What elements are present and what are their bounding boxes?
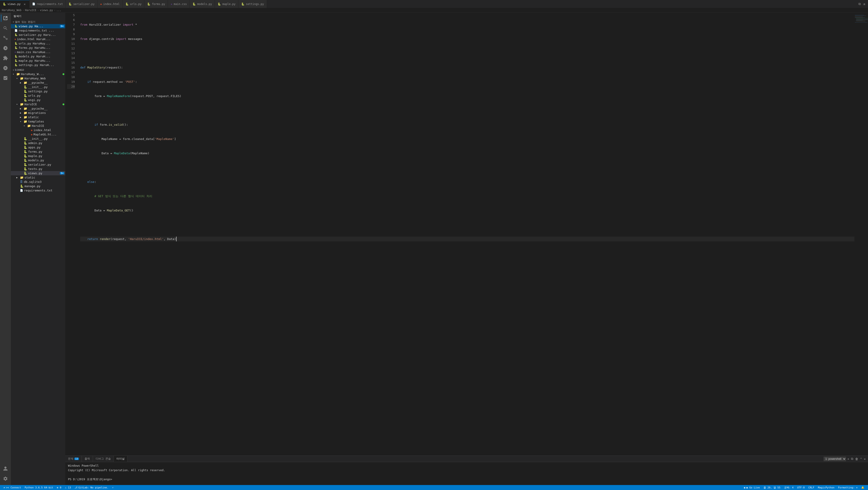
sidebar-item-init1[interactable]: 🐍 __init__.py [11, 85, 65, 89]
line-numbers: 5 6 7 8 9 10 11 12 13 14 15 16 17 18 [65, 13, 76, 456]
sidebar-item-serializer-ice[interactable]: 🐍 serializer.py [11, 163, 65, 167]
split-terminal-btn[interactable]: ⧉ [850, 456, 854, 461]
open-editor-settings[interactable]: 🐍 settings.py HaruH... [11, 63, 65, 67]
remote-status[interactable]: ⇌ >< Connect [2, 485, 23, 490]
line-col-status[interactable]: 줄 20, 열 55 [762, 486, 782, 489]
language-status[interactable]: MagicPython [816, 486, 836, 489]
sidebar-item-static-root[interactable]: ▶ 📁 static [11, 175, 65, 180]
tab-main-css[interactable]: ◈ main.css [168, 0, 190, 8]
sidebar-item-admin[interactable]: 🐍 admin.py [11, 141, 65, 145]
warnings-status[interactable]: ⚠ 13 [63, 485, 73, 490]
open-editor-views[interactable]: 🐍 views.py Ha... 9+ [11, 24, 65, 28]
split-editor-btn[interactable]: ⧉ [858, 2, 862, 6]
more-actions-btn[interactable]: ≡ [863, 2, 866, 6]
tab-index-html[interactable]: ◈ index.html [97, 0, 122, 8]
debug-console-label: 디버그 콘솔 [96, 457, 111, 461]
sidebar-item-pycache2[interactable]: ▶ 📁 __pycache__ [11, 106, 65, 111]
open-editor-label: models.py HaruH... [19, 55, 65, 58]
settings-icon[interactable] [1, 474, 10, 483]
open-editor-maple[interactable]: 🐍 maple.py HaruHu... [11, 59, 65, 63]
django-section[interactable]: ▾ DJANGO [11, 68, 65, 72]
sidebar-item-apps[interactable]: 🐍 apps.py [11, 145, 65, 149]
open-editor-index[interactable]: ◈ index.html HaruH... [11, 37, 65, 41]
sidebar-item-views-active[interactable]: 🐍 views.py 9+ [11, 171, 65, 175]
py-file-icon: 🐍 [24, 98, 27, 102]
sidebar-item-init-ice[interactable]: 🐍 __init__.py [11, 137, 65, 141]
bell-status[interactable]: 🔔 [859, 486, 866, 489]
sidebar-item-tests[interactable]: 🐍 tests.py [11, 167, 65, 171]
sidebar-item-haruice[interactable]: ▾ 📁 HaruICE [11, 102, 65, 106]
sidebar-item-urls-web[interactable]: 🐍 urls.py [11, 93, 65, 98]
maximize-terminal-btn[interactable]: ⌃ [860, 457, 862, 461]
sidebar-item-templates[interactable]: ▾ 📁 templates [11, 119, 65, 124]
open-editor-forms[interactable]: 🐍 forms.py HaruHu... [11, 46, 65, 50]
sidebar-item-static-ice[interactable]: ▶ 📁 static [11, 115, 65, 119]
shell-selector[interactable]: 1: powershell [824, 457, 846, 461]
open-editor-main-css[interactable]: ◈ main.css HaruHue... [11, 50, 65, 54]
golive-status[interactable]: ◉ ◉ Go Live [742, 486, 762, 489]
git-status[interactable]: ⎇ GitLab: No pipeline. [73, 485, 110, 490]
sidebar-item-wsgi[interactable]: 🐍 wsgi.py [11, 98, 65, 102]
kill-terminal-btn[interactable]: 🗑 [855, 457, 859, 461]
sidebar-item-requirements[interactable]: 📄 requirements.txt [11, 188, 65, 193]
open-editor-urls[interactable]: 🐍 urls.py HaruHuy... [11, 41, 65, 46]
sidebar-item-haruhuey-web[interactable]: ▾ 📁 HaruHuey_Web [11, 76, 65, 81]
sidebar-item-models-ice[interactable]: 🐍 models.py [11, 158, 65, 163]
git-dot [63, 73, 64, 75]
folder-open-icon: 📁 [24, 120, 27, 123]
errors-status[interactable]: ⊗ 0 [55, 485, 63, 490]
close-panel-btn[interactable]: ✕ [864, 457, 866, 461]
tab-close-btn[interactable]: ✕ [23, 2, 27, 6]
sidebar-item-templates-haruice[interactable]: ▾ 📁 HaruICE [11, 124, 65, 128]
remote-icon[interactable] [1, 63, 10, 73]
sidebar-item-maplegg-html[interactable]: ◈ MapleGG.ht... [11, 132, 65, 137]
sidebar-item-migrations[interactable]: ▶ 📁 migrations [11, 111, 65, 115]
sidebar-item-db[interactable]: 🗄 db.sqlite3 [11, 180, 65, 184]
lightning-status[interactable]: ⚡ [111, 485, 116, 490]
sidebar-item-haruhuey-root[interactable]: ▾ 📁 HaruHuey_W... [11, 72, 65, 76]
testing-icon[interactable] [1, 74, 10, 83]
accounts-icon[interactable] [1, 464, 10, 473]
terminal-content[interactable]: Windows PowerShell Copyright (C) Microso… [65, 462, 868, 485]
tab-requirements[interactable]: 📄 requirements.txt [29, 0, 66, 8]
encoding-status[interactable]: UTF-8 [795, 486, 806, 489]
python-status[interactable]: Python 3.6.5 64-bit [23, 485, 55, 490]
tab-terminal[interactable]: 터미널 [114, 456, 128, 462]
sidebar-item-index-html[interactable]: ◈ index.html [11, 128, 65, 132]
debug-icon[interactable] [1, 44, 10, 53]
tab-problems[interactable]: 문제 13 [65, 456, 82, 462]
terminal-tabs: 문제 13 출력 디버그 콘솔 터미널 1: powershell [65, 456, 868, 462]
breadcrumb-root[interactable]: HaruHuey_Web [2, 9, 22, 12]
spaces-status[interactable]: 공백: 4 [782, 486, 796, 489]
open-editors-section[interactable]: ▾ 열려 있는 편집기 [11, 20, 65, 24]
tab-forms[interactable]: 🐍 forms.py [144, 0, 168, 8]
extensions-icon[interactable] [1, 54, 10, 63]
breadcrumb-file[interactable]: views.py [40, 9, 53, 12]
code-editor[interactable]: 5 6 7 8 9 10 11 12 13 14 15 16 17 18 [65, 13, 868, 456]
explorer-icon[interactable] [1, 13, 10, 23]
tab-debug-console[interactable]: 디버그 콘솔 [93, 456, 114, 462]
search-icon[interactable] [1, 24, 10, 33]
open-editor-models[interactable]: 🐍 models.py HaruH... [11, 54, 65, 59]
source-control-icon[interactable] [1, 34, 10, 42]
open-editor-serializer[interactable]: 🐍 serializer.py Haru... [11, 33, 65, 37]
formatting-status[interactable]: Formatting: ✕ [836, 486, 859, 489]
breadcrumb-symbol[interactable]: ... [56, 9, 61, 12]
tab-views-py[interactable]: 🐍 views.py ✕ [0, 0, 29, 8]
new-terminal-btn[interactable]: + [847, 457, 850, 461]
sidebar-item-pycache1[interactable]: ▶ 📁 __pycache__ [11, 81, 65, 85]
tab-output[interactable]: 출력 [82, 456, 93, 462]
tab-serializer[interactable]: 🐍 serializer.py [66, 0, 97, 8]
tab-models[interactable]: 🐍 models.py [190, 0, 215, 8]
sidebar-item-settings-web[interactable]: 🐍 settings.py [11, 89, 65, 93]
folder-label: HaruICE [32, 124, 65, 127]
sidebar-item-maple-ice[interactable]: 🐍 maple.py [11, 154, 65, 158]
tab-urls[interactable]: 🐍 urls.py [123, 0, 145, 8]
breadcrumb-haruice[interactable]: HaruICE [25, 9, 36, 12]
tab-maple[interactable]: 🐍 maple.py [215, 0, 239, 8]
sidebar-item-forms-ice[interactable]: 🐍 forms.py [11, 149, 65, 154]
open-editor-requirements[interactable]: 📄 requirements.txt ... [11, 28, 65, 33]
tab-settings[interactable]: 🐍 settings.py [239, 0, 267, 8]
line-ending-status[interactable]: CRLF [807, 486, 816, 489]
sidebar-item-manage[interactable]: 🐍 manage.py [11, 184, 65, 188]
